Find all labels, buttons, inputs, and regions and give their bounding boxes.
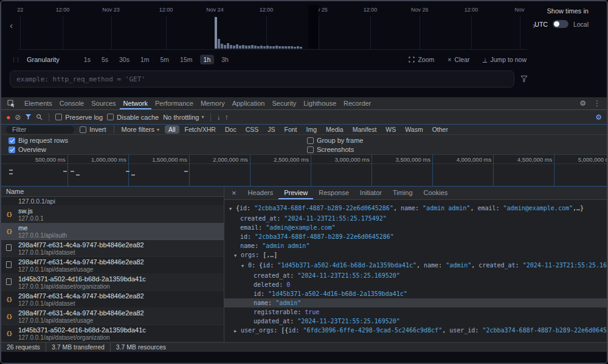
- jump-to-now-button[interactable]: ↓ Jump to now: [483, 56, 527, 63]
- granularity-option-1s[interactable]: 1s: [80, 55, 94, 64]
- filter-pill-img[interactable]: Img: [303, 125, 321, 134]
- invert-checkbox[interactable]: Invert: [80, 126, 106, 133]
- preview-line[interactable]: updated_at: "2024-11-23T21:55:25.169520": [224, 317, 607, 326]
- devtools-tab-recorder[interactable]: Recorder: [340, 97, 375, 109]
- granularity-option-5m[interactable]: 5m: [157, 55, 173, 64]
- request-row[interactable]: 298a4f77-e631-4c4a-9747-bb4846e2ea82127.…: [1, 257, 224, 274]
- query-input-box[interactable]: [10, 70, 514, 88]
- tree-expanded-icon[interactable]: ▼: [229, 205, 236, 214]
- devtools-tab-security[interactable]: Security: [268, 97, 300, 109]
- local-label[interactable]: Local: [573, 21, 589, 28]
- filter-pill-fetchxhr[interactable]: Fetch/XHR: [181, 125, 219, 134]
- filter-pill-doc[interactable]: Doc: [221, 125, 240, 134]
- name-column-header[interactable]: Name: [1, 187, 224, 197]
- devtools-tab-lighthouse[interactable]: Lighthouse: [300, 97, 340, 109]
- request-row[interactable]: 1d45b371-a502-4d16-b68d-2a1359bda41c127.…: [1, 274, 224, 291]
- big-request-rows-checkbox[interactable]: Big request rows: [9, 137, 68, 144]
- preview-line[interactable]: id: "2cbba374-688f-4887-b289-22e6d064528…: [224, 232, 607, 241]
- group-by-frame-checkbox[interactable]: Group by frame: [307, 137, 363, 144]
- details-tab-initiator[interactable]: Initiator: [354, 187, 387, 199]
- preview-line[interactable]: created_at: "2024-11-23T21:55:25.175492": [224, 214, 607, 223]
- utc-label[interactable]: UTC: [534, 21, 548, 28]
- zoom-button[interactable]: Zoom: [409, 56, 434, 63]
- details-tab-cookies[interactable]: Cookies: [418, 187, 454, 199]
- json-punct: :: [247, 205, 254, 211]
- filter-pill-wasm[interactable]: Wasm: [401, 125, 426, 134]
- query-filter-icon[interactable]: [520, 75, 528, 83]
- request-row[interactable]: {}me127.0.0.1/api/auth: [1, 223, 224, 240]
- devtools-more-icon[interactable]: ⋮: [593, 99, 601, 108]
- devtools-tab-memory[interactable]: Memory: [197, 97, 229, 109]
- details-tab-timing[interactable]: Timing: [387, 187, 418, 199]
- preview-line[interactable]: deleted: 0: [224, 280, 607, 289]
- devtools-tab-network[interactable]: Network: [120, 97, 151, 109]
- preview-line[interactable]: ▼{id: "2cbba374-688f-4887-b289-22e6d0645…: [224, 204, 607, 214]
- filter-pill-css[interactable]: CSS: [242, 125, 263, 134]
- granularity-option-3h[interactable]: 3h: [218, 55, 232, 64]
- search-icon[interactable]: [36, 114, 43, 120]
- preview-line[interactable]: name: "admin admin": [224, 241, 607, 250]
- granularity-option-1h[interactable]: 1h: [200, 55, 215, 64]
- network-settings-gear-icon[interactable]: ⚙: [595, 113, 602, 122]
- details-tab-response[interactable]: Response: [313, 187, 354, 199]
- throttling-dropdown[interactable]: No throttling▾: [163, 114, 204, 121]
- request-row[interactable]: 298a4f77-e631-4c4a-9747-bb4846e2ea82127.…: [1, 240, 224, 257]
- inspect-element-icon[interactable]: [7, 100, 15, 108]
- close-details-icon[interactable]: ×: [224, 188, 243, 197]
- devtools-settings-gear-icon[interactable]: ⚙: [579, 99, 586, 108]
- filter-pill-ws[interactable]: WS: [382, 125, 399, 134]
- filter-pill-other[interactable]: Other: [429, 125, 452, 134]
- disable-cache-checkbox[interactable]: Disable cache: [107, 114, 159, 121]
- query-input[interactable]: [16, 75, 508, 83]
- timeline-chart[interactable]: 2212:00Nov 2312:00Nov 2412:00Nov 2512:00…: [18, 5, 528, 50]
- preview-line[interactable]: id: "1d45b371-a502-4d16-b68d-2a1359bda41…: [224, 289, 607, 298]
- request-row[interactable]: {}298a4f77-e631-4c4a-9747-bb4846e2ea8212…: [1, 308, 224, 325]
- devtools-tab-sources[interactable]: Sources: [88, 97, 119, 109]
- filter-pill-manifest[interactable]: Manifest: [349, 125, 381, 134]
- tree-expanded-icon[interactable]: ▼: [241, 262, 248, 271]
- details-tab-headers[interactable]: Headers: [243, 187, 279, 199]
- preview-line[interactable]: ▶user_orgs: [{id: "6fdc3096-6ffe-4298-9c…: [224, 326, 607, 336]
- pan-left-button[interactable]: ‹: [10, 21, 13, 30]
- overview-checkbox[interactable]: Overview: [9, 146, 46, 153]
- filter-box[interactable]: [6, 126, 74, 134]
- record-button[interactable]: ●: [6, 114, 10, 121]
- divider: [114, 125, 114, 134]
- filter-pill-media[interactable]: Media: [322, 125, 347, 134]
- clear-network-log-icon[interactable]: ⊘: [15, 114, 21, 121]
- preview-line[interactable]: registerable: true: [224, 307, 607, 317]
- preview-line[interactable]: created_at: "2024-11-23T21:55:25.169520": [224, 271, 607, 280]
- clear-button[interactable]: × Clear: [447, 56, 469, 63]
- granularity-option-15m[interactable]: 15m: [176, 55, 196, 64]
- granularity-option-5s[interactable]: 5s: [98, 55, 112, 64]
- granularity-option-1m[interactable]: 1m: [137, 55, 153, 64]
- tree-expanded-icon[interactable]: ▼: [234, 252, 241, 261]
- request-row[interactable]: {}298a4f77-e631-4c4a-9747-bb4846e2ea8212…: [1, 291, 224, 308]
- import-har-icon[interactable]: ↓: [217, 114, 221, 121]
- granularity-option-30s[interactable]: 30s: [116, 55, 133, 64]
- export-har-icon[interactable]: ↑: [225, 114, 229, 121]
- screenshots-checkbox[interactable]: Screenshots: [307, 146, 354, 153]
- preview-line[interactable]: email: "admin@example.com": [224, 223, 607, 232]
- preview-line[interactable]: name: "admin": [224, 298, 607, 307]
- filter-pill-font[interactable]: Font: [281, 125, 301, 134]
- devtools-tab-console[interactable]: Console: [56, 97, 88, 109]
- filter-pill-js[interactable]: JS: [264, 125, 278, 134]
- filter-pill-all[interactable]: All: [165, 125, 179, 134]
- request-row[interactable]: 127.0.0.1/api: [1, 197, 224, 206]
- more-filters-dropdown[interactable]: More filters▾: [122, 126, 159, 133]
- request-row[interactable]: {}sw.js127.0.0.1: [1, 206, 224, 223]
- preview-line[interactable]: ▼0: {id: "1d45b371-a502-4d16-b68d-2a1359…: [224, 261, 607, 271]
- network-overview-ruler[interactable]: 500,000 ms1,000,000 ms1,500,000 ms2,000,…: [1, 155, 607, 187]
- request-row[interactable]: {}1d45b371-a502-4d16-b68d-2a1359bda41c12…: [1, 325, 224, 342]
- preview-line[interactable]: ▼orgs: [,…]: [224, 250, 607, 261]
- tree-collapsed-icon[interactable]: ▶: [234, 327, 241, 336]
- devtools-tab-application[interactable]: Application: [229, 97, 269, 109]
- filter-toggle-icon[interactable]: [25, 114, 32, 120]
- timezone-toggle[interactable]: [553, 20, 568, 28]
- devtools-tab-performance[interactable]: Performance: [151, 97, 197, 109]
- devtools-tab-elements[interactable]: Elements: [21, 97, 56, 109]
- chart-selection-region[interactable]: [308, 5, 319, 49]
- preserve-log-checkbox[interactable]: Preserve log: [55, 114, 103, 121]
- details-tab-preview[interactable]: Preview: [278, 187, 313, 199]
